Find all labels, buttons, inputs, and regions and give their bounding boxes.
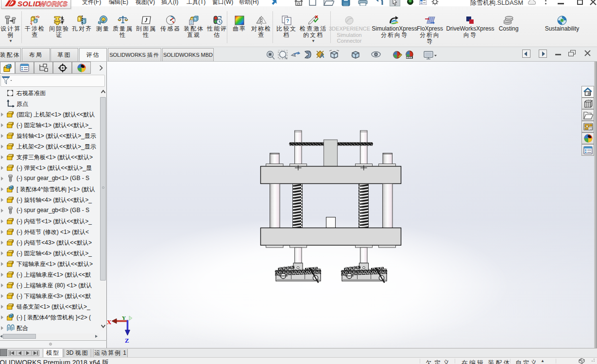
svg-text:?: ? — [286, 18, 289, 24]
svg-text:A: A — [320, 52, 324, 59]
svg-text:WORKS: WORKS — [39, 0, 68, 8]
svg-text:Z: Z — [125, 337, 129, 344]
svg-text:X: X — [107, 318, 112, 326]
svg-text:Y: Y — [122, 315, 126, 321]
svg-text:SOLID: SOLID — [17, 0, 40, 8]
